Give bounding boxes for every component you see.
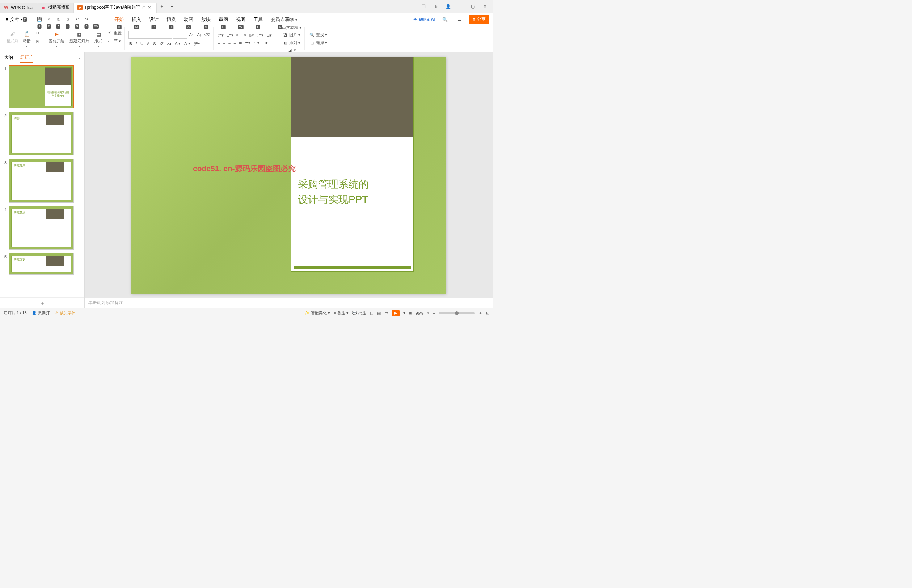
font-size-input[interactable] — [173, 31, 187, 39]
tab-animation[interactable]: 动画A — [180, 15, 197, 24]
strike-button[interactable]: S — [152, 40, 156, 47]
clear-format-button[interactable]: ⌫ — [204, 31, 211, 39]
thumbnail-5[interactable]: 研究现状 — [9, 253, 74, 275]
qat-export[interactable]: ⎘2 — [45, 16, 53, 24]
indent-inc-button[interactable]: ⇥ — [242, 32, 246, 38]
increase-font-button[interactable]: A↑ — [188, 31, 195, 39]
cloud-icon[interactable]: ☁ — [454, 15, 464, 24]
share-button[interactable]: ⇪分享 — [469, 15, 489, 24]
new-slide-button[interactable]: ▦新建幻灯片▾ — [68, 30, 91, 48]
thumbnail-4[interactable]: 研究意义 — [9, 206, 74, 250]
zoom-out-button[interactable]: − — [433, 311, 435, 315]
close-button[interactable]: ✕ — [480, 2, 490, 11]
tab-menu-button[interactable]: ▾ — [167, 2, 177, 11]
review-toggle[interactable]: 💬批注 — [352, 310, 366, 316]
section-button[interactable]: ▭节▾ — [106, 37, 122, 45]
copy-button[interactable]: ⎘ — [34, 37, 41, 45]
file-menu[interactable]: ≡ 文件 ▾ F — [3, 15, 32, 24]
zoom-thumb[interactable] — [455, 311, 458, 315]
columns-button[interactable]: ≣▾ — [244, 40, 251, 46]
tab-review[interactable]: 审阅R — [215, 15, 232, 24]
subscript-button[interactable]: X₂ — [167, 40, 172, 47]
pinyin-button[interactable]: 拼▾ — [193, 40, 201, 47]
font-family-input[interactable] — [128, 31, 172, 39]
tab-transition[interactable]: 切换T — [163, 15, 180, 24]
highlight-button[interactable]: A▾ — [183, 40, 191, 47]
fit-button[interactable]: ⊡ — [486, 311, 489, 315]
slide-title[interactable]: 采购管理系统的 设计与实现PPT — [298, 177, 407, 207]
new-tab-button[interactable]: ＋ — [157, 2, 167, 11]
convert-button[interactable]: ⊡▾ — [262, 40, 269, 46]
thumbnail-2[interactable]: 摘要： — [9, 112, 74, 155]
slides-tab[interactable]: 幻灯片 — [20, 53, 33, 63]
reading-view-button[interactable]: ▭ — [384, 311, 388, 315]
spacing-button[interactable]: ↔▾ — [253, 40, 260, 46]
avatar-icon[interactable]: 👤 — [443, 2, 453, 11]
close-icon[interactable]: ✕ — [147, 5, 153, 10]
window-multiview-icon[interactable]: ❐ — [418, 2, 429, 11]
normal-view-button[interactable]: ▢ — [370, 311, 374, 315]
bold-button[interactable]: B — [128, 40, 133, 47]
font-color-button[interactable]: A▾ — [174, 40, 181, 47]
cut-button[interactable]: ✂ — [34, 30, 41, 37]
shadow-button[interactable]: A — [146, 40, 150, 47]
text-direction-button[interactable]: ⇅▾ — [248, 32, 255, 38]
qat-undo[interactable]: ↶5 — [73, 16, 81, 24]
qat-preview[interactable]: ⎙4 — [64, 16, 72, 24]
beautify-button[interactable]: ✨智能美化▾ — [305, 310, 330, 316]
add-slide-button[interactable]: ＋ — [0, 297, 84, 308]
search-icon[interactable]: 🔍 — [440, 15, 450, 24]
format-painter-button[interactable]: 🖌格式刷 — [5, 30, 20, 48]
zoom-slider[interactable] — [439, 312, 475, 314]
distribute-button[interactable]: ⊞ — [238, 40, 243, 46]
canvas[interactable]: code51. cn-源码乐园盗图必究 采购管理系统的 设计与实现PPT — [85, 52, 493, 298]
thumbnail-3[interactable]: 研究背景 — [9, 159, 74, 202]
minimize-button[interactable]: — — [455, 2, 465, 11]
qat-print[interactable]: 🖶3 — [54, 16, 62, 24]
align-left-button[interactable]: ≡ — [217, 40, 221, 46]
outline-tab[interactable]: 大纲 — [4, 53, 13, 62]
tab-document[interactable]: P springboot基于Java的采购管 ▢ ✕ — [74, 3, 157, 13]
maximize-button[interactable]: ▢ — [468, 2, 478, 11]
layout-button[interactable]: ▤版式▾ — [93, 30, 104, 48]
author-badge[interactable]: 👤奥斯汀 — [32, 310, 50, 316]
superscript-button[interactable]: X² — [159, 40, 164, 47]
align-justify-button[interactable]: ≡ — [233, 40, 237, 46]
tab-tools[interactable]: 工具L — [250, 15, 266, 24]
from-current-button[interactable]: ▶当前开始▾ — [47, 30, 66, 48]
tab-wps[interactable]: W WPS Office — [0, 3, 37, 13]
align-right-button[interactable]: ≡ — [228, 40, 231, 46]
layout-toggle[interactable]: ⊞ — [409, 311, 412, 315]
tab-view[interactable]: 视图W — [232, 15, 249, 24]
italic-button[interactable]: I — [135, 40, 138, 47]
picture-button[interactable]: 🖼图片▾ — [282, 31, 301, 39]
qat-redo[interactable]: ↷6 — [83, 16, 91, 24]
notes-input[interactable]: 单击此处添加备注 — [85, 298, 493, 308]
select-button[interactable]: ⬚选择▾ — [308, 39, 328, 47]
sorter-view-button[interactable]: ▦ — [377, 311, 381, 315]
align-text-button[interactable]: ⊡▾ — [266, 32, 272, 38]
line-spacing-button[interactable]: ↕≡▾ — [256, 32, 264, 38]
slideshow-button[interactable]: ▶ — [392, 310, 400, 317]
tab-template[interactable]: ◆ 找稻壳模板 — [37, 3, 74, 13]
wps-ai-button[interactable]: ✦WPS AI — [413, 17, 436, 22]
reset-button[interactable]: ⟲重置 — [106, 30, 122, 37]
tab-insert[interactable]: 插入N — [128, 15, 145, 24]
notes-toggle[interactable]: ≡备注▾ — [334, 310, 348, 316]
tab-slideshow[interactable]: 放映S — [198, 15, 214, 24]
slideshow-dropdown[interactable]: ▾ — [403, 311, 405, 315]
qat-more[interactable]: ⋯00 — [92, 16, 100, 24]
numbering-button[interactable]: 1≡▾ — [226, 32, 234, 38]
zoom-level[interactable]: 95% — [416, 311, 424, 315]
decrease-font-button[interactable]: A↓ — [196, 31, 203, 39]
qat-save[interactable]: 💾1 — [36, 16, 44, 24]
thumbnail-1[interactable]: 采购管理系统的设计与实现PPT — [9, 65, 74, 108]
missing-font-warning[interactable]: ⚠缺失字体 — [55, 310, 76, 316]
tab-design[interactable]: 设计G — [146, 15, 162, 24]
find-button[interactable]: 🔍查找▾ — [308, 31, 328, 39]
align-center-button[interactable]: ≡ — [222, 40, 226, 46]
cube-icon[interactable]: ◈ — [431, 2, 441, 11]
current-slide[interactable]: code51. cn-源码乐园盗图必究 采购管理系统的 设计与实现PPT — [131, 57, 446, 294]
zoom-in-button[interactable]: ＋ — [478, 310, 483, 316]
paste-button[interactable]: 📋粘贴▾ — [21, 30, 32, 48]
